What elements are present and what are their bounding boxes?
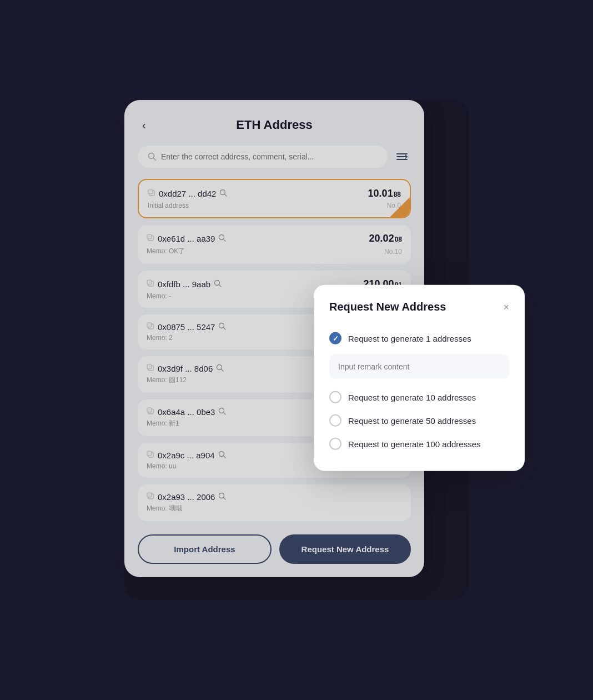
radio-circle: [329, 391, 341, 403]
modal-dialog: Request New Address × Request to generat…: [314, 285, 525, 471]
radio-label: Request to generate 100 addresses: [348, 439, 481, 448]
radio-label: Request to generate 10 addresses: [348, 392, 476, 402]
radio-option[interactable]: Request to generate 50 addresses: [329, 409, 509, 432]
radio-label: Request to generate 1 addresses: [348, 333, 471, 343]
radio-circle: [329, 332, 341, 344]
modal-title: Request New Address: [329, 301, 446, 313]
radio-option[interactable]: Request to generate 1 addresses: [329, 327, 509, 350]
modal-close-button[interactable]: ×: [503, 302, 509, 312]
radio-option[interactable]: Request to generate 10 addresses: [329, 386, 509, 409]
remark-input[interactable]: [329, 354, 509, 379]
modal-header: Request New Address ×: [329, 301, 509, 313]
radio-circle: [329, 414, 341, 427]
radio-label: Request to generate 50 addresses: [348, 416, 476, 425]
modal-options: Request to generate 1 addresses Request …: [329, 327, 509, 456]
radio-option[interactable]: Request to generate 100 addresses: [329, 432, 509, 456]
radio-circle: [329, 438, 341, 450]
